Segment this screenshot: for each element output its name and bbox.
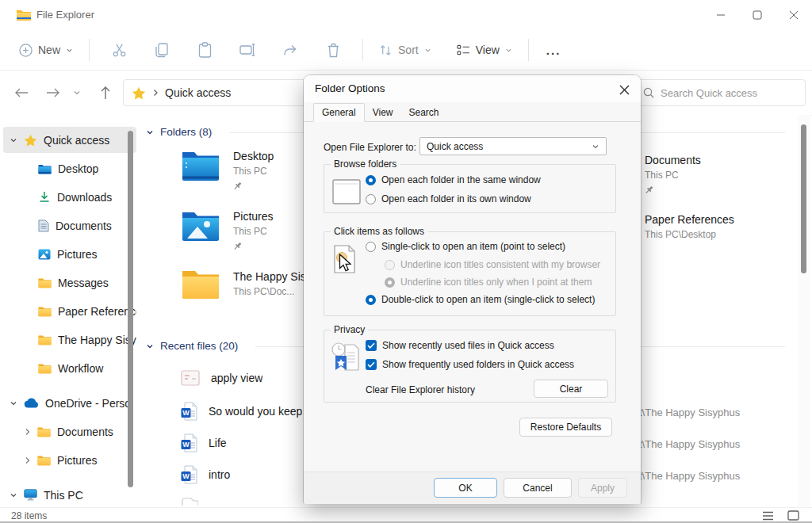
- pin-icon: [645, 185, 655, 196]
- folder-icon: [38, 334, 52, 345]
- ok-button-label: OK: [458, 483, 472, 494]
- checkbox-show-recent-files[interactable]: Show recently used files in Quick access: [366, 340, 554, 351]
- tile-name: Pictures: [233, 210, 274, 223]
- sidebar-item-onedrive[interactable]: OneDrive - Personal: [3, 390, 130, 416]
- recent-locations-button[interactable]: [68, 81, 86, 105]
- checkbox-label: Show frequently used folders in Quick ac…: [382, 359, 574, 370]
- sidebar-item-label: Desktop: [58, 162, 136, 175]
- checkbox-label: Show recently used files in Quick access: [382, 340, 554, 351]
- folder-tile-paper-references[interactable]: Paper References This PC\Desktop: [645, 212, 734, 240]
- maximize-icon: [753, 10, 762, 20]
- radio-single-click[interactable]: Single-click to open an item (point to s…: [366, 241, 565, 252]
- sidebar-item-label: Paper References: [58, 305, 136, 318]
- ok-button[interactable]: OK: [434, 478, 497, 498]
- breadcrumb-root[interactable]: Quick access: [165, 86, 231, 99]
- search-box[interactable]: Search Quick access: [634, 79, 806, 106]
- cut-button[interactable]: [105, 36, 132, 64]
- copy-button[interactable]: [148, 36, 175, 64]
- tab-general[interactable]: General: [313, 103, 365, 122]
- radio-open-same-window[interactable]: Open each folder in the same window: [366, 174, 541, 185]
- clear-button[interactable]: Clear: [534, 380, 608, 398]
- sidebar-item-workflow[interactable]: Workflow: [3, 355, 136, 381]
- maximize-button[interactable]: [739, 0, 776, 30]
- back-button[interactable]: [10, 81, 33, 105]
- rename-button[interactable]: [234, 36, 261, 64]
- sidebar-item-desktop[interactable]: Desktop: [3, 155, 136, 181]
- radio-double-click[interactable]: Double-click to open an item (single-cli…: [366, 294, 595, 305]
- click-items-group: Click items as follows Single-click to o…: [324, 231, 616, 316]
- sidebar-item-label: Documents: [57, 426, 136, 438]
- radio-label: Open each folder in the same window: [381, 174, 541, 185]
- dialog-title: Folder Options: [315, 82, 385, 94]
- folders-section-label: Folders (8): [160, 126, 212, 138]
- sidebar-item-the-happy-sisyphus[interactable]: The Happy Sisyphus: [3, 326, 136, 353]
- open-explorer-to-label: Open File Explorer to:: [324, 142, 416, 153]
- search-placeholder: Search Quick access: [661, 87, 757, 99]
- sidebar-item-quick-access[interactable]: Quick access: [3, 127, 136, 153]
- sidebar-item-label: Pictures: [57, 248, 136, 261]
- browse-folders-group: Browse folders Open each folder in the s…: [324, 164, 616, 213]
- open-explorer-to-dropdown[interactable]: Quick access: [419, 137, 607, 155]
- chevron-down-icon: [505, 47, 512, 54]
- clear-button-label: Clear: [560, 384, 583, 395]
- chevron-down-icon[interactable]: [146, 128, 154, 136]
- radio-open-own-window[interactable]: Open each folder in its own window: [366, 193, 531, 204]
- sidebar-item-messages[interactable]: Messages: [3, 269, 136, 296]
- check-icon: [367, 342, 375, 349]
- radio-label: Open each folder in its own window: [381, 193, 531, 204]
- plus-circle-icon: [19, 44, 33, 57]
- view-button[interactable]: View: [449, 36, 520, 64]
- tab-search[interactable]: Search: [401, 104, 447, 121]
- chevron-down-icon[interactable]: [10, 399, 17, 407]
- checkbox-checked: [366, 340, 377, 351]
- chevron-down-icon[interactable]: [10, 136, 17, 144]
- chevron-down-icon[interactable]: [146, 342, 154, 350]
- sidebar-item-documents[interactable]: Documents: [3, 212, 136, 239]
- folder-tile-pictures[interactable]: Pictures This PC: [181, 208, 274, 252]
- share-button[interactable]: [277, 36, 304, 64]
- restore-defaults-button[interactable]: Restore Defaults: [519, 418, 612, 437]
- radio-underline-point: Underline icon titles only when I point …: [385, 277, 592, 288]
- sidebar-scrollbar-thumb[interactable]: [128, 131, 133, 487]
- paste-button[interactable]: [191, 36, 218, 64]
- folder-tile-desktop[interactable]: Desktop This PC: [181, 148, 274, 192]
- sidebar-item-pictures[interactable]: Pictures: [3, 241, 136, 267]
- sidebar-item-paper-references[interactable]: Paper References: [3, 298, 136, 324]
- folders-section-header[interactable]: Folders (8): [146, 126, 212, 138]
- recent-files-section-header[interactable]: Recent files (20): [146, 340, 238, 352]
- thumbnail-view-toggle-icon[interactable]: [787, 510, 799, 521]
- forward-button[interactable]: [41, 81, 65, 105]
- pictures-icon: [38, 249, 51, 260]
- sort-button[interactable]: Sort: [371, 36, 439, 64]
- close-button[interactable]: [776, 0, 812, 30]
- up-button[interactable]: [94, 81, 117, 105]
- checkbox-show-frequent-folders[interactable]: Show frequently used folders in Quick ac…: [366, 359, 574, 370]
- recent-file-name: So would you keep: [209, 405, 302, 418]
- delete-button[interactable]: [320, 36, 347, 64]
- folder-tile-documents[interactable]: Documents This PC: [645, 152, 701, 196]
- more-options-button[interactable]: ...: [537, 44, 571, 57]
- main-scrollbar-thumb[interactable]: [801, 124, 806, 273]
- sidebar-item-downloads[interactable]: Downloads: [3, 184, 136, 210]
- chevron-right-icon[interactable]: [24, 456, 31, 464]
- browse-folders-group-label: Browse folders: [331, 158, 400, 170]
- details-view-toggle-icon[interactable]: [762, 511, 774, 521]
- tab-view[interactable]: View: [365, 104, 401, 121]
- radio-label: Underline icon titles only when I point …: [400, 277, 592, 288]
- chevron-down-icon[interactable]: [10, 491, 17, 499]
- sidebar-item-this-pc[interactable]: This PC: [3, 482, 130, 507]
- cancel-button[interactable]: Cancel: [504, 478, 572, 498]
- privacy-icon: [331, 342, 361, 373]
- tile-path: This PC: [233, 226, 274, 237]
- new-button[interactable]: New: [11, 36, 81, 64]
- sidebar-item-label: Documents: [56, 220, 136, 232]
- dialog-close-button[interactable]: [615, 81, 633, 98]
- chevron-right-icon[interactable]: [24, 428, 31, 436]
- sidebar-item-onedrive-pictures[interactable]: Pictures: [3, 447, 136, 473]
- svg-text:W: W: [182, 441, 190, 449]
- radio-disabled: [385, 260, 395, 270]
- toolbar-separator: [362, 39, 363, 61]
- sidebar-item-onedrive-documents[interactable]: Documents: [3, 418, 136, 445]
- recent-file-name: apply view: [211, 372, 262, 384]
- minimize-button[interactable]: [703, 0, 739, 30]
